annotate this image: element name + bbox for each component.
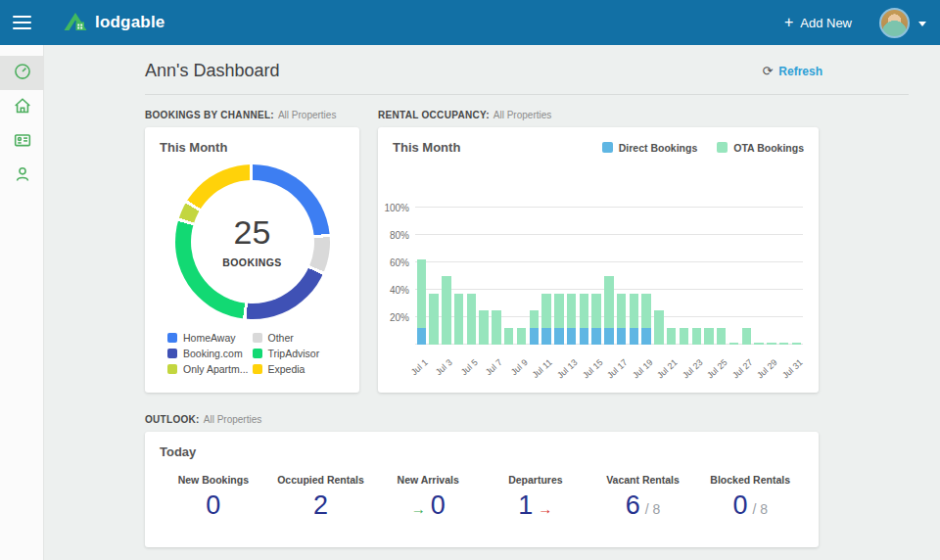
x-axis-tick: Jul 27 (730, 357, 755, 381)
legend-swatch (253, 333, 262, 343)
x-axis-tick: Jul 15 (581, 357, 605, 381)
occupancy-bar-chart: 20%40%60%80%100% (415, 208, 803, 345)
legend-label: OTA Bookings (733, 142, 804, 154)
brand-logo[interactable]: lodgable (63, 9, 165, 36)
legend-label: TripAdvisor (268, 348, 320, 359)
stat-suffix: / 8 (752, 501, 768, 517)
hamburger-menu-icon[interactable] (0, 16, 43, 29)
x-axis-tick: Jul 29 (755, 357, 779, 381)
stacked-bar (479, 208, 488, 345)
add-new-button[interactable]: + Add New (784, 15, 852, 30)
lodgable-house-icon (63, 9, 88, 36)
y-axis-tick: 60% (390, 257, 409, 268)
stacked-bar (530, 208, 539, 345)
stacked-bar (654, 208, 663, 345)
stacked-bar (429, 208, 438, 345)
stacked-bar (779, 208, 788, 345)
bookings-total-label: BOOKINGS (222, 257, 281, 268)
occupancy-card-title: This Month (393, 140, 460, 155)
home-icon (14, 97, 31, 118)
arrow-right-icon: → (538, 500, 552, 517)
stacked-bar (667, 208, 676, 345)
y-axis-tick: 40% (390, 285, 409, 296)
stat-label: New Bookings (160, 474, 267, 486)
stat-value: 6 (626, 492, 640, 519)
refresh-label: Refresh (778, 65, 822, 78)
stat-value: 2 (313, 492, 328, 519)
stacked-bar (767, 208, 776, 345)
outlook-stat: Occupied Rentals2 (267, 474, 375, 519)
bookings-donut-chart: 25 BOOKINGS (175, 164, 330, 319)
outlook-stat: Departures1→ (482, 474, 589, 519)
chevron-down-icon[interactable] (918, 22, 926, 26)
stacked-bar (591, 208, 600, 345)
stacked-bar (792, 208, 801, 345)
stacked-bar (630, 208, 638, 345)
bookings-section-label: BOOKINGS BY CHANNEL:All Properties (145, 110, 359, 120)
refresh-button[interactable]: ⟳ Refresh (762, 64, 822, 78)
stacked-bar (742, 208, 751, 345)
stacked-bar (754, 208, 763, 345)
stacked-bar (641, 208, 650, 345)
stacked-bar (680, 208, 688, 345)
legend-swatch (253, 349, 262, 358)
legend-label: Expedia (268, 363, 306, 375)
legend-swatch (253, 364, 262, 374)
legend-item: TripAdvisor (253, 348, 338, 359)
x-axis-tick: Jul 5 (459, 357, 480, 377)
legend-label: Other (268, 332, 294, 344)
legend-item: OTA Bookings (717, 142, 804, 154)
outlook-stat: Blocked Rentals0/ 8 (696, 474, 804, 519)
legend-label: Booking.com (183, 348, 243, 359)
donut-legend: HomeAwayBooking.comOnly Apartm...OtherTr… (160, 332, 345, 379)
stacked-bar (692, 208, 701, 345)
top-bar: lodgable + Add New (0, 0, 940, 45)
stat-label: Occupied Rentals (267, 474, 375, 486)
x-axis-tick: Jul 31 (780, 357, 805, 381)
legend-item: Expedia (253, 363, 338, 375)
occupancy-legend: Direct BookingsOTA Bookings (602, 142, 804, 154)
add-new-label: Add New (800, 16, 852, 30)
user-avatar[interactable] (879, 8, 910, 38)
stacked-bar (442, 208, 450, 345)
occupancy-x-axis-labels: Jul 1Jul 3Jul 5Jul 7Jul 9Jul 11Jul 13Jul… (415, 350, 803, 389)
outlook-stat: Vacant Rentals6/ 8 (589, 474, 697, 519)
stat-label: Departures (482, 474, 589, 486)
sidebar-item-bookings[interactable] (0, 124, 44, 159)
x-axis-tick: Jul 19 (631, 357, 655, 381)
legend-item: HomeAway (167, 332, 253, 344)
sidebar-item-guests[interactable] (0, 159, 44, 193)
legend-swatch (167, 349, 177, 358)
brand-name: lodgable (95, 13, 165, 32)
y-axis-tick: 20% (390, 312, 409, 323)
legend-item: Booking.com (167, 348, 253, 359)
stacked-bar (567, 208, 576, 345)
sidebar-item-properties[interactable] (0, 90, 44, 124)
legend-item: Only Apartm... (167, 363, 253, 375)
main-content: Ann's Dashboard ⟳ Refresh BOOKINGS BY CH… (45, 45, 940, 560)
x-axis-tick: Jul 9 (509, 357, 530, 377)
x-axis-tick: Jul 17 (605, 357, 630, 381)
outlook-stat: New Arrivals→0 (374, 474, 482, 519)
sidebar-item-dashboard[interactable] (0, 56, 44, 90)
legend-swatch (717, 142, 728, 153)
bookings-by-channel-card: This Month 25 BOOKINGS HomeAwayBooking.c… (145, 127, 359, 393)
arrow-right-icon: → (411, 500, 426, 517)
gauge-icon (14, 63, 31, 84)
x-axis-tick: Jul 23 (681, 357, 705, 381)
outlook-card: Today New Bookings0Occupied Rentals2New … (145, 432, 819, 547)
legend-swatch (167, 333, 177, 343)
stat-label: Blocked Rentals (696, 474, 804, 486)
stacked-bar (580, 208, 588, 345)
x-axis-tick: Jul 7 (484, 357, 504, 377)
y-axis-tick: 100% (384, 203, 409, 213)
stat-value: 0 (206, 492, 220, 519)
x-axis-tick: Jul 3 (434, 357, 454, 377)
bookings-total: 25 (234, 215, 271, 249)
y-axis-tick: 80% (390, 230, 409, 241)
stacked-bar (729, 208, 738, 345)
sidebar-nav (0, 45, 44, 560)
legend-item: Direct Bookings (602, 142, 698, 154)
stat-label: New Arrivals (374, 474, 482, 486)
stacked-bar (417, 208, 426, 345)
